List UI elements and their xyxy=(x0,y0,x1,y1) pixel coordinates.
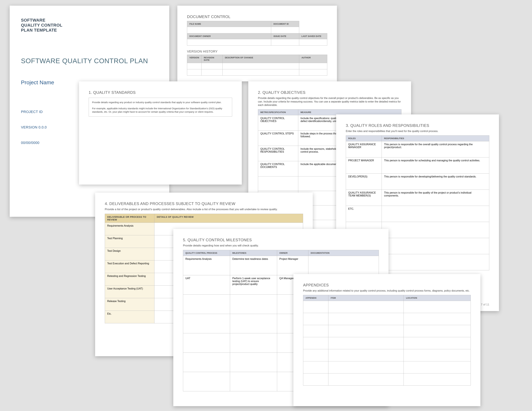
table-cell xyxy=(382,206,489,222)
col-version: VERSION xyxy=(187,55,201,63)
table-cell xyxy=(183,294,230,314)
table-cell: QUALITY CONTROL STEPS xyxy=(258,131,298,146)
template-line-1: SOFTWARE xyxy=(21,18,158,23)
table-cell: Etc. xyxy=(105,311,154,323)
col-author: AUTHOR xyxy=(299,55,327,63)
table-cell: This person is responsible for developin… xyxy=(382,173,489,189)
table-cell xyxy=(328,325,404,337)
table-cell: Requirements Analysis xyxy=(105,223,154,235)
table-cell xyxy=(404,325,471,337)
table-cell xyxy=(404,337,471,349)
table-cell: PROJECT MANAGER xyxy=(346,157,382,173)
heading-document-control: DOCUMENT CONTROL xyxy=(187,15,327,19)
col-responsibilities: RESPONSIBILITIES xyxy=(382,135,489,141)
sec1-p1: Provide details regarding any product or… xyxy=(92,101,229,104)
table-cell xyxy=(183,372,230,391)
template-line-3: PLAN TEMPLATE xyxy=(21,28,158,33)
col-description: DESCRIPTION OF CHANGE xyxy=(222,55,299,63)
table-cell xyxy=(382,254,489,270)
heading-appendices: APPENDICES xyxy=(303,283,471,287)
col-roles: ROLES xyxy=(346,135,382,141)
col-document-id: DOCUMENT ID xyxy=(271,21,299,27)
table-cell xyxy=(382,238,489,254)
table-cell xyxy=(328,349,404,361)
table-document-control: FILE NAME DOCUMENT ID DOCUMENT OWNER ISS… xyxy=(187,21,327,46)
page-document-control: DOCUMENT CONTROL FILE NAME DOCUMENT ID D… xyxy=(177,6,337,81)
table-cell xyxy=(230,372,277,391)
table-cell xyxy=(328,313,404,325)
col-revision-date: REVISION DATE xyxy=(201,55,222,63)
col-file-name: FILE NAME xyxy=(187,21,271,27)
page-appendices: APPENDICES Provide any additional inform… xyxy=(294,274,480,406)
sec3-intro: Enter the roles and responsibilities tha… xyxy=(346,130,489,133)
table-cell xyxy=(303,325,328,337)
table-version-history: VERSION REVISION DATE DESCRIPTION OF CHA… xyxy=(187,55,327,75)
table-cell: DEVELOPER(S) xyxy=(346,173,382,189)
col-document-owner: DOCUMENT OWNER xyxy=(187,33,271,39)
heading-sec3: 3. QUALITY ROLES AND RESPONSIBILITIES xyxy=(346,123,489,128)
table-cell xyxy=(328,337,404,349)
table-cell: Retesting and Regression Testing xyxy=(105,273,154,285)
heading-sec1: 1. QUALITY STANDARDS xyxy=(89,90,232,95)
table-cell: This person is responsible for schedulin… xyxy=(382,157,489,173)
col-milestones: MILESTONES xyxy=(230,250,277,256)
table-cell xyxy=(303,361,328,373)
table-cell xyxy=(303,373,328,385)
main-title: SOFTWARE QUALITY CONTROL PLAN xyxy=(21,57,158,65)
table-cell xyxy=(382,222,489,238)
table-cell xyxy=(404,349,471,361)
table-cell xyxy=(404,373,471,385)
table-appendices: APPENDIX ITEM LOCATION xyxy=(303,295,471,385)
table-cell xyxy=(303,337,328,349)
table-cell xyxy=(328,301,404,313)
col-measure: MEASURE xyxy=(298,109,401,115)
table-cell xyxy=(308,256,379,275)
table-cell xyxy=(328,373,404,385)
heading-sec4: 4. DELIVERABLES AND PROCESSES SUBJECT TO… xyxy=(105,201,303,206)
table-cell xyxy=(230,353,277,372)
col-documentation: DOCUMENTATION xyxy=(308,250,379,256)
table-cell: QUALITY ASSURANCE MANAGER xyxy=(346,141,382,157)
heading-sec5: 5. QUALITY CONTROL MILESTONES xyxy=(183,238,379,242)
table-cell: QUALITY ASSURANCE TEAM MEMBER(S) xyxy=(346,189,382,206)
table-cell xyxy=(183,314,230,333)
sec1-p2: For example, applicable industry standar… xyxy=(92,107,229,113)
sec2-intro: Provide details regarding the quality co… xyxy=(258,96,401,107)
col-details: DETAILS OF QUALITY REVIEW xyxy=(154,214,303,223)
col-location: LOCATION xyxy=(404,295,471,301)
table-cell xyxy=(404,313,471,325)
table-cell: QUALITY CONTROL DOCUMENTS xyxy=(258,161,298,176)
col-appendix: APPENDIX xyxy=(303,295,328,301)
table-cell xyxy=(303,313,328,325)
page-sec1-standards: 1. QUALITY STANDARDS Provide details reg… xyxy=(79,81,242,185)
table-cell xyxy=(303,349,328,361)
table-cell: QUALITY CONTROL RESPONSIBILITIES xyxy=(258,146,298,161)
col-deliverable: DELIVERABLE OR PROCESS TO REVIEW xyxy=(105,214,154,223)
table-cell xyxy=(328,361,404,373)
table-cell: Determine test readiness dates xyxy=(230,256,277,275)
table-cell: Release Testing xyxy=(105,298,154,311)
appendix-intro: Provide any additional information relat… xyxy=(303,289,471,292)
table-cell: Test Planning xyxy=(105,235,154,248)
col-metric: METRIC/SPECIFICATION xyxy=(258,109,298,115)
table-cell xyxy=(404,361,471,373)
col-issue-date: ISSUE DATE xyxy=(271,33,299,39)
table-cell: UAT xyxy=(183,275,230,294)
col-process: QUALITY CONTROL PROCESS xyxy=(183,250,230,256)
table-cell: Project Manager xyxy=(277,256,308,275)
heading-sec2: 2. QUALITY OBJECTIVES xyxy=(258,90,401,95)
table-cell xyxy=(230,314,277,333)
table-cell: This person is responsible for the quali… xyxy=(382,189,489,206)
col-item: ITEM xyxy=(328,295,404,301)
table-cell: ETC. xyxy=(346,206,382,222)
col-owner: OWNER xyxy=(277,250,308,256)
template-line-2: QUALITY CONTROL xyxy=(21,23,158,28)
table-cell: Requirements Analysis xyxy=(183,256,230,275)
table-cell xyxy=(183,353,230,372)
table-cell xyxy=(230,294,277,314)
table-cell xyxy=(183,333,230,353)
table-cell: Test Design xyxy=(105,248,154,260)
heading-version-history: VERSION HISTORY xyxy=(187,50,327,53)
table-cell xyxy=(303,301,328,313)
table-cell: Perform 1-week user acceptance testing (… xyxy=(230,275,277,294)
